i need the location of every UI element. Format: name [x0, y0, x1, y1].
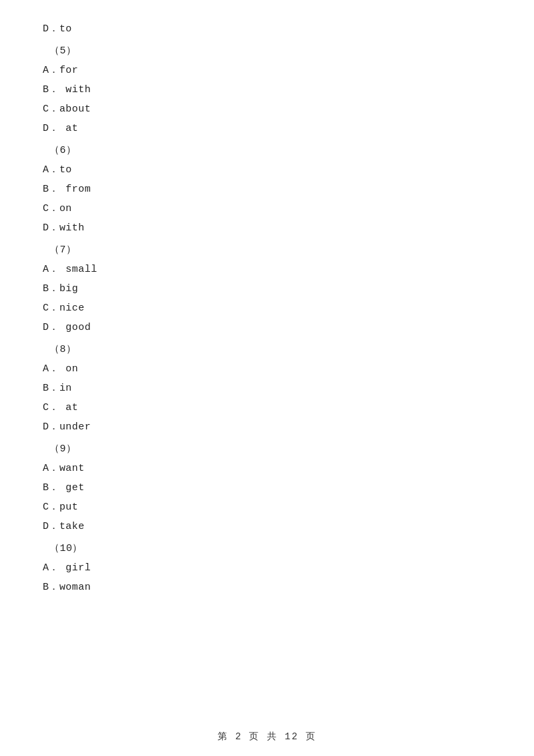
- answer-option: D．with: [40, 219, 494, 237]
- answer-option: A． on: [40, 360, 494, 378]
- answer-option: D． good: [40, 319, 494, 337]
- question-number: （8）: [40, 341, 494, 359]
- answer-option: C．put: [40, 498, 494, 516]
- answer-option: A．to: [40, 161, 494, 179]
- answer-option: C．about: [40, 100, 494, 118]
- answer-option: A． small: [40, 260, 494, 278]
- answer-option: B．in: [40, 379, 494, 397]
- page-footer: 第 2 页 共 12 页: [0, 731, 534, 743]
- question-number: （7）: [40, 241, 494, 259]
- question-number: （10）: [40, 540, 494, 558]
- answer-option: B．big: [40, 280, 494, 298]
- answer-option: D． at: [40, 120, 494, 138]
- answer-option: A．want: [40, 459, 494, 478]
- answer-option: C．on: [40, 200, 494, 218]
- answer-option: D．take: [40, 518, 494, 536]
- main-content: D．to（5）A．forB． withC．aboutD． at（6）A．toB．…: [0, 0, 534, 638]
- answer-option: B．woman: [40, 578, 494, 596]
- answer-option: D．under: [40, 418, 494, 436]
- answer-option: B． get: [40, 479, 494, 497]
- answer-option: A．for: [40, 61, 494, 79]
- answer-option: B． from: [40, 180, 494, 198]
- answer-option: C．nice: [40, 299, 494, 317]
- question-number: （9）: [40, 440, 494, 458]
- answer-option: C． at: [40, 399, 494, 417]
- answer-option: D．to: [40, 20, 494, 38]
- question-number: （5）: [40, 42, 494, 60]
- answer-option: B． with: [40, 81, 494, 99]
- answer-option: A． girl: [40, 559, 494, 577]
- question-number: （6）: [40, 142, 494, 160]
